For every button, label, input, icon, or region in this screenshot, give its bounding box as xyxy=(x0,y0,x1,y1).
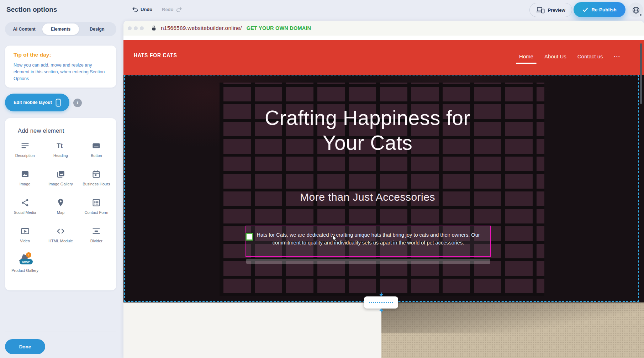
share-icon xyxy=(20,198,30,207)
hero-content: Crafting Happiness for Your Cats More th… xyxy=(123,75,612,302)
republish-button[interactable]: Re-Publish xyxy=(574,2,625,17)
element-tile-heading[interactable]: Tt Heading xyxy=(44,141,77,164)
product-gallery-icon: SHOP xyxy=(19,255,31,265)
selected-text-element[interactable]: Hats for Cats, we are dedicated to craft… xyxy=(246,226,491,257)
redo-icon xyxy=(176,6,183,12)
element-tile-product-gallery[interactable]: SHOP Product Gallery xyxy=(9,255,41,278)
arrow-down-icon xyxy=(379,293,384,297)
heading-icon: Tt xyxy=(56,141,65,151)
hero-section[interactable]: Crafting Happiness for Your Cats More th… xyxy=(123,75,644,302)
image-icon xyxy=(20,169,30,179)
tip-of-the-day-card: Tip of the day: Now you can add, move an… xyxy=(5,46,116,88)
element-tile-image[interactable]: Image xyxy=(9,169,41,193)
element-tile-contact-form[interactable]: Contact Form xyxy=(80,198,113,221)
nav-item-contact[interactable]: Contact us xyxy=(577,53,603,59)
info-icon[interactable] xyxy=(73,99,82,107)
page-title: Section options xyxy=(6,6,57,14)
preview-button[interactable]: Preview xyxy=(529,3,572,17)
divider-icon xyxy=(91,226,101,236)
element-tile-social-media[interactable]: Social Media xyxy=(9,198,41,221)
add-element-title: Add new element xyxy=(18,127,64,134)
calendar-icon xyxy=(91,169,101,179)
site-nav: Home About Us Contact us ... xyxy=(519,53,621,59)
svg-text:Tt: Tt xyxy=(57,142,63,149)
dot-icon xyxy=(140,26,144,30)
button-icon xyxy=(91,141,101,151)
element-tile-description[interactable]: Description xyxy=(9,141,41,164)
element-tile-map[interactable]: Map xyxy=(44,198,77,221)
globe-badge-dot xyxy=(639,14,642,16)
shop-badge: SHOP xyxy=(20,259,32,264)
hero-description[interactable]: Hats for Cats, we are dedicated to craft… xyxy=(250,231,486,247)
edit-mobile-layout-label: Edit mobile layout xyxy=(14,100,52,105)
image-gallery-icon xyxy=(56,169,65,179)
language-globe-button[interactable] xyxy=(628,2,643,17)
site-header[interactable]: HATS FOR CATS Home About Us Contact us .… xyxy=(123,40,644,75)
nav-item-more[interactable]: ... xyxy=(614,52,621,58)
element-grid: Description Tt Heading Button xyxy=(7,141,114,278)
form-icon xyxy=(91,198,101,207)
hero-heading[interactable]: Crafting Happiness for Your Cats xyxy=(250,105,485,155)
nav-item-home[interactable]: Home xyxy=(519,53,533,59)
tab-elements[interactable]: Elements xyxy=(42,23,79,35)
element-tile-image-gallery[interactable]: Image Gallery xyxy=(44,169,77,193)
element-tile-button[interactable]: Button xyxy=(80,141,113,164)
element-tile-business-hours[interactable]: Business Hours xyxy=(80,169,113,193)
tip-title: Tip of the day: xyxy=(14,52,51,58)
text-lines-icon xyxy=(20,141,30,151)
element-tile-video[interactable]: Video xyxy=(9,226,41,250)
map-pin-icon xyxy=(56,198,65,207)
arrow-up-icon xyxy=(379,308,384,312)
tab-design[interactable]: Design xyxy=(79,23,115,35)
mouse-cursor-icon xyxy=(332,235,338,242)
upgrade-arrow-icon xyxy=(26,252,31,258)
element-tile-html-module[interactable]: HTML Module xyxy=(44,226,77,250)
tip-body: Now you can add, move and resize any ele… xyxy=(14,62,109,82)
nav-item-about[interactable]: About Us xyxy=(544,53,566,59)
check-icon xyxy=(582,7,588,12)
redo-button[interactable]: Redo xyxy=(162,5,183,14)
preview-devices-icon xyxy=(536,7,545,14)
edit-mobile-layout-button[interactable]: Edit mobile layout xyxy=(5,94,69,111)
tab-ai-content[interactable]: AI Content xyxy=(6,23,42,35)
site-logo[interactable]: HATS FOR CATS xyxy=(134,52,177,59)
panel-divider xyxy=(5,332,116,332)
browser-chrome-bar: n1566589.websitebuilder.online/ GET YOUR… xyxy=(123,21,644,36)
element-tile-divider[interactable]: Divider xyxy=(80,226,113,250)
get-domain-link[interactable]: GET YOUR OWN DOMAIN xyxy=(247,25,311,31)
dot-icon xyxy=(134,26,138,30)
section-options-panel: Section options AI Content Elements Desi… xyxy=(0,0,123,358)
undo-button[interactable]: Undo xyxy=(132,5,152,14)
resize-handle-left[interactable] xyxy=(246,233,253,241)
code-icon xyxy=(56,226,65,236)
lock-icon xyxy=(152,25,156,31)
section-resize-handle[interactable] xyxy=(364,296,398,309)
editor-app: Section options AI Content Elements Desi… xyxy=(0,0,644,358)
phone-icon xyxy=(56,99,61,107)
hero-subheading[interactable]: More than Just Accessories xyxy=(123,191,612,203)
element-toolbar-strip xyxy=(246,259,490,264)
browser-traffic-dots xyxy=(128,26,144,30)
undo-icon xyxy=(132,6,138,12)
panel-tabs: AI Content Elements Design xyxy=(5,22,116,36)
site-preview-viewport: n1566589.websitebuilder.online/ GET YOUR… xyxy=(123,21,644,358)
page-top-strip xyxy=(123,36,644,40)
next-section[interactable] xyxy=(123,302,644,358)
globe-icon xyxy=(632,6,640,14)
resize-dashed-line xyxy=(369,302,393,303)
video-icon xyxy=(20,226,30,236)
done-button[interactable]: Done xyxy=(5,339,45,354)
url-text[interactable]: n1566589.websitebuilder.online/ xyxy=(161,25,242,31)
add-new-element-card: Add new element Description Tt Heading xyxy=(5,118,116,290)
browser-scrollbar[interactable] xyxy=(640,43,642,104)
dot-icon xyxy=(128,26,132,30)
pavement-photo xyxy=(381,302,644,358)
